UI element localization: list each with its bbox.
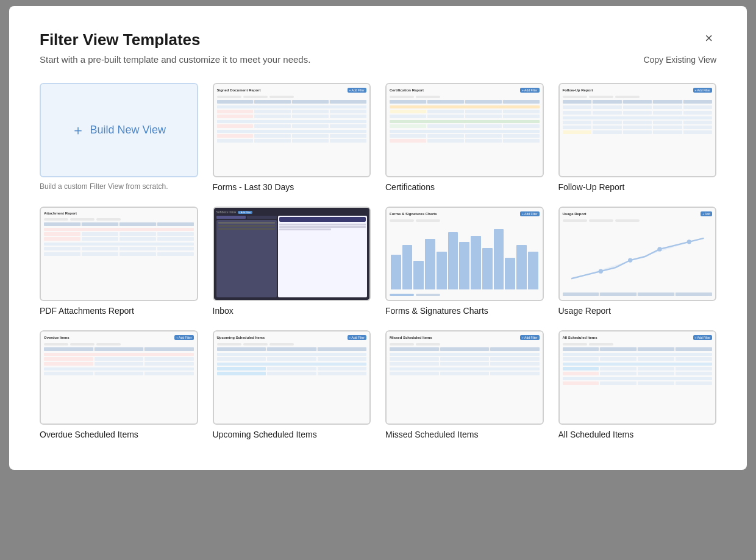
template-label-inbox: Inbox [213,306,371,316]
template-inbox[interactable]: Softdocs Inbox + Add Filter [213,207,371,316]
build-new-thumb: ＋ Build New View [40,83,198,177]
template-label-forms-charts: Forms & Signatures Charts [385,306,544,316]
svg-point-0 [598,269,602,274]
template-thumb-forms-charts: Forms & Signatures Charts + Add Filter [385,207,544,301]
template-thumb-certifications: Certification Report + Add Filter [385,83,544,177]
template-label-pdf-attachments: PDF Attachments Report [40,306,198,316]
svg-point-2 [657,247,661,251]
plus-icon: ＋ [71,121,85,140]
template-label-upcoming-scheduled: Upcoming Scheduled Items [213,430,371,439]
template-thumb-usage-report: Usage Report + Add [558,207,717,301]
template-pdf-attachments[interactable]: Attachment Report [40,207,198,316]
template-usage-report[interactable]: Usage Report + Add [558,207,717,316]
template-certifications[interactable]: Certification Report + Add Filter [385,83,544,192]
template-thumb-missed-scheduled: Missed Scheduled Items + Add Filter [385,330,544,425]
template-thumb-upcoming-scheduled: Upcoming Scheduled Items + Add Filter [213,330,371,425]
template-label-usage-report: Usage Report [558,306,717,316]
template-followup[interactable]: Follow-Up Report + Add Filter [558,83,717,192]
templates-grid: ＋ Build New View Build a custom Filter V… [40,83,716,439]
modal-header: Filter View Templates × [40,30,716,49]
template-label-overdue-scheduled: Overdue Scheduled Items [40,430,198,439]
template-thumb-overdue-scheduled: Overdue Items + Add Filter [40,330,198,425]
template-label-forms-last30: Forms - Last 30 Days [213,182,371,192]
template-overdue-scheduled[interactable]: Overdue Items + Add Filter [40,330,198,439]
modal-subtitle-row: Start with a pre-built template and cust… [40,54,716,65]
svg-point-1 [628,258,632,262]
template-label-all-scheduled: All Scheduled Items [558,430,717,439]
template-label-certifications: Certifications [385,182,544,192]
template-missed-scheduled[interactable]: Missed Scheduled Items + Add Filter [385,330,544,439]
template-thumb-inbox: Softdocs Inbox + Add Filter [213,207,371,301]
template-label-missed-scheduled: Missed Scheduled Items [385,430,544,439]
copy-existing-link[interactable]: Copy Existing View [643,55,716,65]
template-forms-charts[interactable]: Forms & Signatures Charts + Add Filter [385,207,544,316]
template-forms-last30[interactable]: Signed Document Report + Add Filter [213,83,371,192]
close-button[interactable]: × [701,30,716,46]
template-thumb-forms-last30: Signed Document Report + Add Filter [213,83,371,177]
template-thumb-followup: Follow-Up Report + Add Filter [558,83,717,177]
modal-subtitle: Start with a pre-built template and cust… [40,54,310,65]
template-upcoming-scheduled[interactable]: Upcoming Scheduled Items + Add Filter [213,330,371,439]
template-thumb-pdf-attachments: Attachment Report [40,207,198,301]
modal-container: Filter View Templates × Start with a pre… [9,6,747,470]
template-thumb-all-scheduled: All Scheduled Items + Add Filter [558,330,717,425]
template-label-followup: Follow-Up Report [558,182,717,192]
build-new-inner: ＋ Build New View [71,121,166,140]
build-new-sublabel: Build a custom Filter View from scratch. [40,182,198,191]
build-new-label: Build New View [90,124,166,136]
template-all-scheduled[interactable]: All Scheduled Items + Add Filter [558,330,717,439]
modal-overlay: Filter View Templates × Start with a pre… [0,0,756,560]
svg-point-3 [686,239,691,244]
modal-title: Filter View Templates [40,30,200,49]
build-new-card[interactable]: ＋ Build New View Build a custom Filter V… [40,83,198,192]
